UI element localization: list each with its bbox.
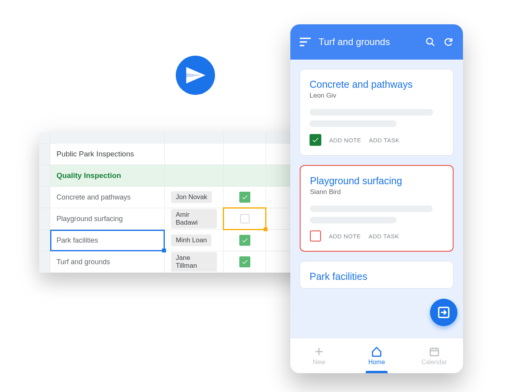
assignee-chip[interactable]: Minh Loan	[171, 234, 211, 246]
svg-point-0	[426, 38, 432, 44]
enter-icon	[437, 306, 450, 319]
refresh-icon[interactable]	[443, 37, 454, 47]
fab-button[interactable]	[430, 299, 457, 326]
skeleton-line	[310, 217, 397, 223]
skeleton-line	[310, 109, 433, 116]
card-title: Concrete and pathways	[310, 79, 444, 90]
send-badge	[176, 56, 215, 95]
checkbox-empty[interactable]	[240, 214, 250, 223]
section-label: Quality Inspection	[56, 171, 121, 180]
task-card[interactable]: Concrete and pathways Leon Giv ADD NOTE …	[300, 69, 454, 156]
skeleton-line	[310, 205, 433, 212]
add-note-button[interactable]: ADD NOTE	[329, 137, 361, 143]
nav-label: Home	[368, 359, 385, 366]
nav-indicator	[366, 371, 388, 373]
card-list[interactable]: Concrete and pathways Leon Giv ADD NOTE …	[290, 60, 463, 338]
check-icon[interactable]	[239, 235, 250, 246]
home-icon	[371, 346, 382, 357]
checkbox-unchecked[interactable]	[310, 230, 321, 241]
assignee-chip[interactable]: Jane Tillman	[171, 252, 217, 272]
app-bar-title: Turf and grounds	[319, 36, 417, 47]
checkbox-checked[interactable]	[310, 134, 321, 146]
paper-plane-icon	[184, 64, 206, 86]
nav-home[interactable]: Home	[348, 338, 406, 373]
sort-icon[interactable]	[300, 38, 311, 46]
task-card[interactable]: Park facilities	[300, 261, 454, 289]
task-name: Park facilities	[56, 236, 98, 245]
nav-label: New	[313, 359, 325, 366]
check-icon[interactable]	[239, 256, 250, 267]
task-name: Concrete and pathways	[56, 193, 131, 201]
card-assignee: Siann Bird	[310, 188, 443, 196]
nav-new[interactable]: New	[290, 338, 348, 373]
search-icon[interactable]	[425, 37, 435, 47]
nav-label: Calendar	[421, 359, 447, 366]
card-assignee: Leon Giv	[310, 92, 444, 100]
add-task-button[interactable]: ADD TASK	[369, 137, 400, 143]
card-title: Park facilities	[310, 271, 444, 282]
plus-icon	[313, 346, 324, 357]
sheet-title: Public Park Inspections	[56, 150, 134, 158]
task-card[interactable]: Playground surfacing Siann Bird ADD NOTE…	[300, 165, 454, 252]
card-title: Playground surfacing	[310, 175, 443, 187]
assignee-chip[interactable]: Amir Badawi	[171, 209, 217, 229]
svg-rect-2	[430, 348, 438, 356]
task-name: Playground surfacing	[56, 215, 123, 223]
check-icon[interactable]	[239, 192, 250, 203]
add-task-button[interactable]: ADD TASK	[369, 233, 399, 240]
skeleton-line	[310, 120, 397, 127]
calendar-icon	[429, 346, 440, 357]
app-bar: Turf and grounds	[290, 24, 463, 60]
add-note-button[interactable]: ADD NOTE	[329, 233, 361, 240]
task-name: Turf and grounds	[56, 258, 110, 266]
bottom-nav: New Home Calendar	[290, 338, 463, 373]
mobile-device: Turf and grounds Concrete and pathways L…	[290, 24, 463, 373]
assignee-chip[interactable]: Jon Novak	[171, 191, 212, 203]
nav-calendar[interactable]: Calendar	[405, 338, 463, 373]
